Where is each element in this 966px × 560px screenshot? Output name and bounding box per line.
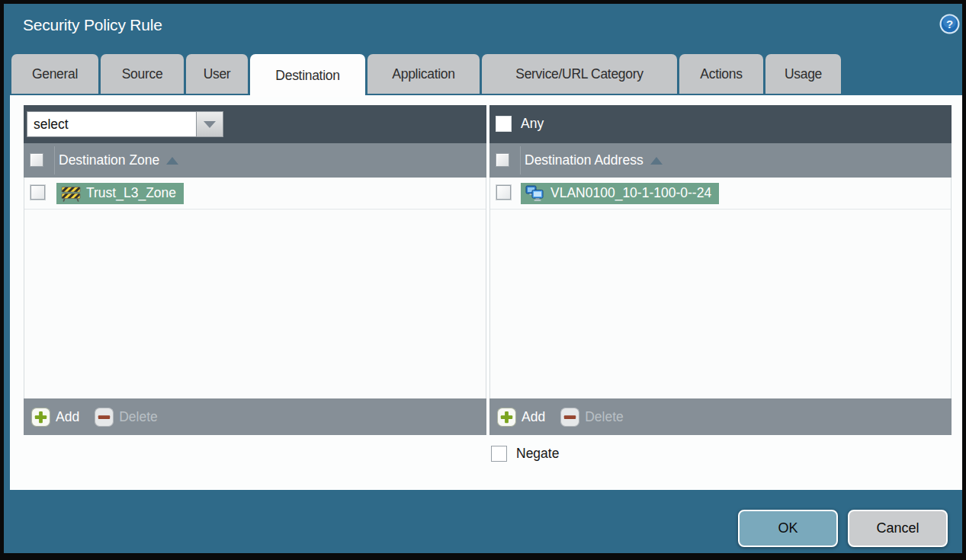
minus-icon	[560, 408, 579, 427]
zone-table-header: Destination Zone	[24, 143, 486, 178]
address-icon	[525, 185, 545, 202]
any-label: Any	[521, 116, 544, 132]
delete-button-label: Delete	[119, 409, 158, 425]
destination-zone-panel: Destination Zone	[24, 105, 486, 435]
security-policy-rule-dialog: Security Policy Rule ? General Source Us…	[0, 0, 966, 560]
tab-source[interactable]: Source	[101, 54, 184, 94]
zone-icon	[61, 185, 81, 202]
negate-label: Negate	[516, 446, 559, 462]
cancel-button[interactable]: Cancel	[848, 510, 948, 547]
header-divider	[54, 146, 55, 174]
tab-actions[interactable]: Actions	[679, 54, 763, 94]
zone-select-combo	[27, 111, 223, 137]
add-button-label: Add	[56, 409, 79, 425]
select-all-addresses-checkbox[interactable]	[496, 153, 509, 167]
address-table-body: VLAN0100_10-1-100-0--24	[489, 178, 952, 398]
plus-icon	[497, 408, 516, 427]
zone-select-dropdown-button[interactable]	[197, 111, 223, 137]
dialog-background: Security Policy Rule ? General Source Us…	[4, 4, 962, 553]
svg-text:?: ?	[946, 18, 953, 30]
address-item-label: VLAN0100_10-1-100-0--24	[550, 185, 711, 201]
zone-panel-footer: Add Delete	[24, 398, 486, 435]
address-item[interactable]: VLAN0100_10-1-100-0--24	[521, 183, 719, 204]
chevron-down-icon	[204, 121, 216, 128]
table-row: Trust_L3_Zone	[24, 178, 486, 210]
address-panel-toolbar: Any	[489, 105, 952, 143]
minus-icon	[95, 408, 114, 427]
tab-service-url-category[interactable]: Service/URL Category	[482, 54, 677, 94]
add-button-label: Add	[522, 409, 545, 425]
tab-destination[interactable]: Destination	[250, 54, 365, 97]
ok-button[interactable]: OK	[738, 510, 838, 547]
destination-address-panel: Any Destination Address	[489, 105, 952, 435]
negate-checkbox[interactable]	[491, 446, 507, 462]
any-address-checkbox[interactable]	[496, 116, 512, 132]
destination-zone-column-header[interactable]: Destination Zone	[59, 152, 159, 168]
zone-item[interactable]: Trust_L3_Zone	[56, 183, 184, 204]
address-row-checkbox[interactable]	[496, 185, 511, 200]
sort-ascending-icon	[166, 157, 178, 165]
plus-icon	[31, 408, 50, 427]
add-zone-button[interactable]: Add	[31, 408, 79, 427]
zone-row-checkbox[interactable]	[30, 185, 45, 200]
sort-ascending-icon	[650, 157, 663, 165]
add-address-button[interactable]: Add	[497, 408, 545, 427]
tab-general[interactable]: General	[11, 54, 98, 94]
destination-tab-content: Destination Zone	[10, 95, 962, 490]
dialog-title: Security Policy Rule	[23, 16, 162, 34]
select-all-zones-checkbox[interactable]	[30, 153, 43, 167]
address-table-header: Destination Address	[489, 143, 952, 178]
delete-address-button[interactable]: Delete	[560, 408, 624, 427]
zone-item-label: Trust_L3_Zone	[86, 185, 176, 201]
delete-button-label: Delete	[585, 409, 624, 425]
zone-select-input[interactable]	[27, 111, 197, 137]
destination-address-column-header[interactable]: Destination Address	[525, 152, 643, 168]
header-divider	[520, 146, 521, 174]
tab-application[interactable]: Application	[367, 54, 480, 94]
tab-usage[interactable]: Usage	[765, 54, 841, 94]
tab-bar: General Source User Destination Applicat…	[11, 54, 843, 94]
negate-option: Negate	[491, 446, 559, 462]
address-panel-footer: Add Delete	[489, 398, 952, 435]
zone-panel-toolbar	[24, 105, 486, 143]
zone-table-body: Trust_L3_Zone	[24, 178, 486, 398]
table-row: VLAN0100_10-1-100-0--24	[490, 178, 951, 210]
help-icon[interactable]: ?	[939, 14, 960, 34]
delete-zone-button[interactable]: Delete	[95, 408, 158, 427]
tab-user[interactable]: User	[186, 54, 248, 94]
